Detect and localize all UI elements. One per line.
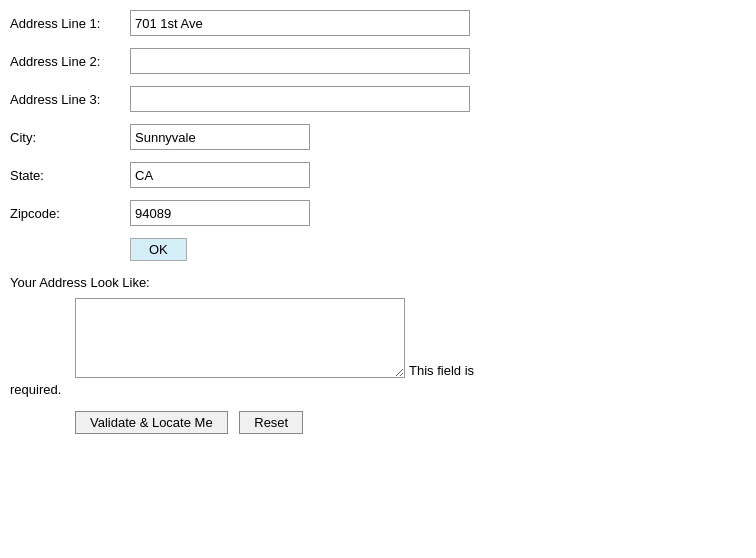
address-line2-input[interactable] xyxy=(130,48,470,74)
address-line3-label: Address Line 3: xyxy=(10,92,130,107)
city-label: City: xyxy=(10,130,130,145)
state-input[interactable] xyxy=(130,162,310,188)
zipcode-input[interactable] xyxy=(130,200,310,226)
city-row: City: xyxy=(10,124,746,150)
address-textarea[interactable] xyxy=(75,298,405,378)
zipcode-label: Zipcode: xyxy=(10,206,130,221)
reset-button[interactable]: Reset xyxy=(239,411,303,434)
required-note: required. xyxy=(10,382,746,397)
address-line1-input[interactable] xyxy=(130,10,470,36)
address-textarea-row: This field is xyxy=(10,298,746,378)
address-line3-row: Address Line 3: xyxy=(10,86,746,112)
address-line2-row: Address Line 2: xyxy=(10,48,746,74)
address-line3-input[interactable] xyxy=(130,86,470,112)
address-look-label: Your Address Look Like: xyxy=(10,275,746,290)
city-input[interactable] xyxy=(130,124,310,150)
state-label: State: xyxy=(10,168,130,183)
state-row: State: xyxy=(10,162,746,188)
validate-button[interactable]: Validate & Locate Me xyxy=(75,411,228,434)
ok-button[interactable]: OK xyxy=(130,238,187,261)
address-line2-label: Address Line 2: xyxy=(10,54,130,69)
ok-button-row: OK xyxy=(10,238,746,275)
field-required-text: This field is xyxy=(409,363,474,378)
zipcode-row: Zipcode: xyxy=(10,200,746,226)
address-line1-label: Address Line 1: xyxy=(10,16,130,31)
address-line1-row: Address Line 1: xyxy=(10,10,746,36)
bottom-buttons-row: Validate & Locate Me Reset xyxy=(75,411,746,434)
